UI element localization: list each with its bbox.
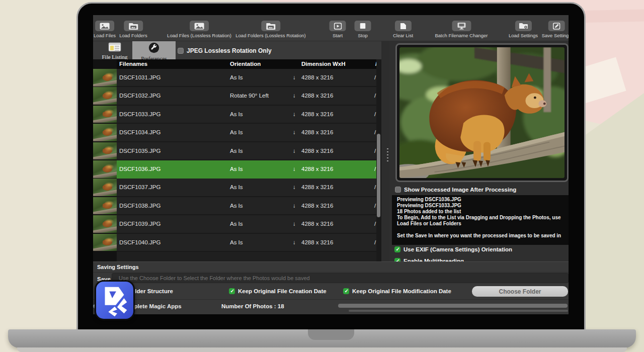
folder-icon [515,21,531,31]
tab-preferences[interactable]: Preferences [132,41,176,59]
cell-path: / [374,197,376,214]
photo-count: Number Of Photos : 18 [221,303,284,309]
tab-file-listing[interactable]: File Listing [97,41,132,59]
photo-thumbnail[interactable] [93,106,117,123]
app-logo-badge [95,280,135,320]
horizontal-scrollbar[interactable] [338,304,568,308]
use-exif-checkbox[interactable]: Use EXIF (Camera Settings) Orientation [394,246,512,252]
status-bar: © Complete Magic Apps Number Of Photos :… [93,299,569,314]
load-files-button[interactable]: Load Files [94,21,116,38]
checkbox-label: Use EXIF (Camera Settings) Orientation [404,246,512,252]
column-header-dimension[interactable]: Dimension WxH [301,59,346,69]
load-settings-button[interactable]: Load Settings [509,21,538,38]
thumbnail-column [93,59,117,261]
cell-dimension: 4288 x 3216 [301,179,333,196]
photo-thumbnail[interactable] [93,215,117,233]
preview-photo-tree-kangaroo [399,47,565,178]
cell-filename: DSCF1039.JPG [119,215,160,232]
photo-thumbnail[interactable] [93,124,117,141]
laptop-lid-notch [308,329,354,340]
file-listing-icon [108,42,121,54]
toolbar-label: Load Files [94,33,116,38]
cell-dimension: 4288 x 3216 [301,106,333,123]
show-processed-checkbox[interactable]: Show Processed Image After Processing [395,187,516,193]
cell-filename: DSCF1037.JPG [119,179,160,196]
thumbnail-photo [93,197,117,215]
photo-thumbnail[interactable] [93,142,117,160]
table-row[interactable]: DSCF1034.JPG As Is ↓ 4288 x 3216 / [117,124,376,142]
table-row[interactable]: DSCF1036.JPG As Is ↓ 4288 x 3216 / [117,160,376,179]
keep-modification-date-checkbox[interactable]: Keep Original File Modification Date [343,288,451,294]
photo-thumbnail[interactable] [93,197,117,215]
toolbar-label: Save Settings [542,33,569,38]
play-icon [330,21,346,31]
down-arrow-icon: ↓ [293,234,296,251]
stop-icon [355,21,371,31]
column-header-orientation[interactable]: Orientation [230,59,261,69]
toolbar-label: Load Folders (Lossless Rotation) [235,33,305,38]
load-files-lossless-button[interactable]: Load Files (Lossless Rotation) [167,21,231,38]
photo-thumbnail[interactable] [93,179,117,196]
checkbox-label: Keep Original File Creation Date [238,288,327,294]
down-arrow-icon: ↓ [293,197,296,214]
folder-image-icon [261,21,280,31]
checkbox-label: Keep Original File Modification Date [352,288,451,294]
table-row[interactable]: DSCF1032.JPG Rotate 90° Left ↓ 4288 x 32… [117,87,376,105]
document-icon [395,21,412,31]
cell-path: / [374,215,376,232]
cell-path: / [374,69,376,86]
cell-orientation: As Is [230,106,243,123]
cell-orientation: As Is [230,124,243,141]
down-arrow-icon: ↓ [293,160,296,178]
cell-orientation: As Is [230,197,243,214]
photo-thumbnail[interactable] [93,69,117,86]
down-arrow-icon: ↓ [293,87,296,104]
photo-thumbnail[interactable] [93,234,117,251]
cell-orientation: As Is [230,142,243,159]
table-row[interactable]: DSCF1039.JPG As Is ↓ 4288 x 3216 / [117,215,376,233]
save-in-input[interactable] [112,273,569,283]
cell-path: / [374,124,376,141]
panel-splitter[interactable] [381,41,389,261]
thumbnail-photo [93,87,117,105]
load-folders-lossless-button[interactable]: Load Folders (Lossless Rotation) [235,21,305,38]
keep-creation-date-checkbox[interactable]: Keep Original File Creation Date [229,288,327,294]
splitter-grip-icon [387,148,388,162]
table-vertical-scrollbar[interactable] [377,134,380,217]
cell-filename: DSCF1036.JPG [119,160,160,178]
cell-path: / [374,179,376,196]
checkbox-checked-icon [394,246,400,252]
cell-orientation: As Is [230,215,243,232]
choose-folder-button[interactable]: Choose Folder [472,286,568,297]
checkbox-icon [395,187,401,193]
laptop-base-edge [17,347,627,352]
cell-dimension: 4288 x 3216 [301,234,333,251]
save-settings-button[interactable]: Save Settings [542,21,569,38]
down-arrow-icon: ↓ [293,124,296,141]
log-output: Previewing DSCF1036.JPG Previewing DSCF1… [392,195,569,245]
column-header-filenames[interactable]: Filenames [119,59,147,69]
cell-dimension: 4288 x 3216 [301,124,333,141]
desktop-scene: Load Files Load Folders Load Files (Loss… [0,0,644,352]
file-table: Filenames Orientation Dimension WxH / DS… [117,59,376,261]
table-row[interactable]: DSCF1040.JPG As Is ↓ 4288 x 3216 / [117,234,376,252]
load-folders-button[interactable]: Load Folders [119,21,147,38]
table-row[interactable]: DSCF1033.JPG As Is ↓ 4288 x 3216 / [117,106,376,124]
jpeg-lossless-checkbox[interactable]: JPEG Lossless Rotation Only [178,47,272,54]
stop-button[interactable]: Stop [355,21,371,38]
table-row[interactable]: DSCF1035.JPG As Is ↓ 4288 x 3216 / [117,142,376,160]
table-row[interactable]: DSCF1031.JPG As Is ↓ 4288 x 3216 / [117,69,376,87]
table-row[interactable]: DSCF1038.JPG As Is ↓ 4288 x 3216 / [117,197,376,215]
thumbnail-photo [93,106,117,123]
start-button[interactable]: Start [330,21,346,38]
horizontal-scrollbar-track[interactable] [349,310,568,312]
cell-orientation: As Is [230,179,243,196]
photo-thumbnail[interactable] [93,160,117,178]
cell-path: / [374,160,376,178]
toolbar-label: Batch Filename Changer [435,33,488,38]
table-row[interactable]: DSCF1037.JPG As Is ↓ 4288 x 3216 / [117,179,376,197]
photo-thumbnail[interactable] [93,87,117,105]
clear-list-button[interactable]: Clear List [393,21,413,38]
batch-filename-changer-button[interactable]: Batch Filename Changer [435,21,488,38]
checkbox-checked-icon [229,288,235,294]
